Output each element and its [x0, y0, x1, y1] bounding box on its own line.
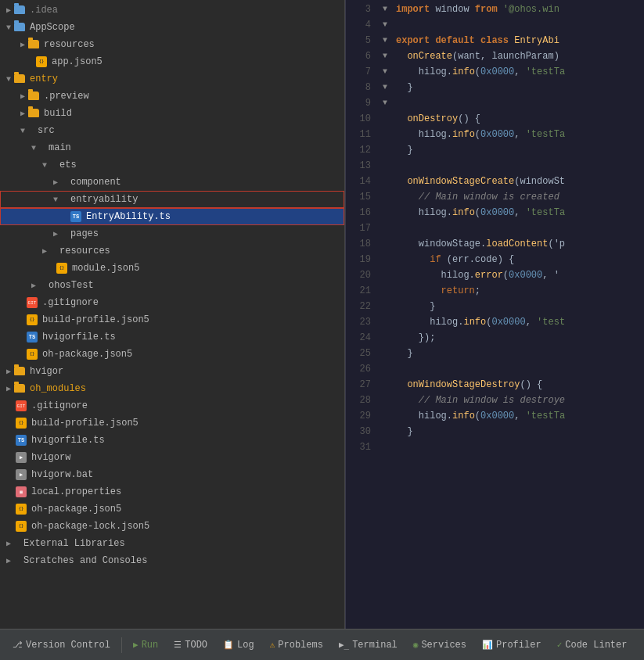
label-ets: ets [59, 160, 77, 170]
label-main: main [49, 142, 71, 153]
arrow-ohostest: ▶ [28, 281, 39, 290]
tree-item-oh-modules[interactable]: ▶ oh_modules [0, 380, 344, 397]
tree-item-scratches[interactable]: ▶ Scratches and Consoles [0, 552, 344, 569]
label-ohostest: ohosTest [49, 280, 94, 291]
tree-item-resources-main[interactable]: ▶ resources [0, 242, 344, 260]
label-entryability: entryability [70, 194, 138, 205]
profiler-btn[interactable]: 📊 Profiler [476, 637, 548, 654]
code-line-22: } [393, 299, 644, 314]
tree-item-hvigor[interactable]: ▶ hvigor [0, 363, 344, 380]
version-control-btn[interactable]: ⎇ Version Control [6, 637, 117, 654]
folder-icon-resources-appscope [28, 38, 41, 51]
label-hvigorfile-ts2: hvigorfile.ts [31, 435, 105, 446]
tree-item-build-profile2[interactable]: {} build-profile.json5 [0, 414, 344, 432]
code-line-14: onWindowStageCreate(windowSt [393, 174, 644, 189]
tree-item-oh-package-lock[interactable]: {} oh-package-lock.json5 [0, 518, 344, 535]
tree-item-ets[interactable]: ▼ ets [0, 156, 344, 174]
code-content: 3 4 5 6 7 8 9 10 11 12 13 14 15 16 17 18… [346, 0, 644, 629]
arrow-resources-appscope: ▶ [17, 40, 28, 49]
tree-item-module-json5[interactable]: {} module.json5 [0, 260, 344, 277]
code-line-6: onCreate(want, launchParam) [393, 48, 644, 64]
file-icon-gitignore: GIT [27, 296, 39, 309]
arrow-resources-main: ▶ [39, 246, 50, 256]
tree-item-ext-libs[interactable]: ▶ External Libraries [0, 535, 344, 552]
main-area: ▶ .idea ▼ AppScope ▶ resources {} app.js… [0, 0, 644, 629]
code-line-26 [393, 361, 644, 377]
folder-icon-ext-libs [14, 537, 20, 550]
file-icon-hvigorw: ▶ [16, 451, 28, 464]
tree-item-hvigorw-bat[interactable]: ▶ hvigorw.bat [0, 466, 344, 483]
tree-item-build[interactable]: ▶ build [0, 105, 344, 122]
code-line-4 [393, 17, 644, 33]
code-linter-btn[interactable]: ✓ Code Linter [551, 637, 634, 654]
gutter: ▼ ▼ ▼ ▼ ▼ ▼ [377, 0, 393, 629]
label-entry: entry [30, 74, 58, 84]
tree-item-local-props[interactable]: ▦ local.properties [0, 483, 344, 500]
tree-item-oh-package[interactable]: {} oh-package.json5 [0, 346, 344, 363]
code-line-9 [393, 95, 644, 111]
folder-icon-resources-main [50, 245, 56, 257]
tree-item-hvigorw[interactable]: ▶ hvigorw [0, 449, 344, 466]
problems-btn[interactable]: ⚠ Problems [264, 637, 329, 654]
file-icon-app-json5: {} [36, 56, 49, 68]
run-icon: ▶ [133, 640, 139, 650]
folder-icon-appscope [14, 21, 27, 34]
label-hvigor: hvigor [30, 366, 63, 377]
log-btn[interactable]: 📋 Log [217, 637, 261, 654]
file-icon-hvigorw-bat: ▶ [16, 468, 28, 481]
arrow-src: ▼ [17, 127, 28, 135]
code-line-23: hilog.info(0x0000, 'test [393, 314, 644, 330]
code-line-18: windowStage.loadContent('p [393, 236, 644, 252]
line-numbers: 3 4 5 6 7 8 9 10 11 12 13 14 15 16 17 18… [346, 0, 377, 629]
code-line-29: hilog.info(0x0000, 'testTa [393, 408, 644, 424]
code-line-30: } [393, 424, 644, 439]
arrow-ets: ▼ [39, 161, 50, 170]
file-icon-local-props: ▦ [16, 486, 28, 498]
tree-item-resources-appscope[interactable]: ▶ resources [0, 36, 344, 53]
services-btn[interactable]: ◉ Services [407, 637, 473, 654]
label-module-json5: module.json5 [72, 263, 139, 274]
tree-item-oh-package2[interactable]: {} oh-package.json5 [0, 500, 344, 518]
tree-item-hvigorfile-ts2[interactable]: TS hvigorfile.ts [0, 432, 344, 449]
label-oh-modules: oh_modules [30, 383, 86, 394]
code-line-25: } [393, 346, 644, 361]
code-linter-label: Code Linter [565, 640, 627, 651]
tree-item-gitignore[interactable]: GIT .gitignore [0, 294, 344, 311]
tree-item-build-profile[interactable]: {} build-profile.json5 [0, 311, 344, 328]
tree-item-idea[interactable]: ▶ .idea [0, 2, 344, 19]
tree-item-pages[interactable]: ▶ pages [0, 225, 344, 242]
code-line-16: hilog.info(0x0000, 'testTa [393, 205, 644, 221]
code-panel: 3 4 5 6 7 8 9 10 11 12 13 14 15 16 17 18… [345, 0, 644, 629]
tree-item-entry[interactable]: ▼ entry [0, 70, 344, 88]
tree-item-ohostest[interactable]: ▶ ohosTest [0, 277, 344, 294]
label-build: build [44, 108, 72, 119]
folder-icon-main [39, 142, 45, 154]
label-build-profile: build-profile.json5 [42, 314, 149, 325]
file-icon-oh-package-lock: {} [16, 520, 28, 533]
arrow-ext-libs: ▶ [3, 539, 14, 548]
label-gitignore2: .gitignore [31, 400, 88, 411]
todo-btn[interactable]: ☰ TODO [167, 637, 214, 654]
tree-item-hvigorfile-ts[interactable]: TS hvigorfile.ts [0, 328, 344, 346]
tree-item-appscope[interactable]: ▼ AppScope [0, 19, 344, 36]
arrow-pages: ▶ [50, 229, 61, 239]
arrow-entryability: ▼ [50, 195, 61, 204]
run-btn[interactable]: ▶ Run [127, 637, 164, 654]
tree-item-entryability-ts[interactable]: TS EntryAbility.ts [0, 208, 344, 225]
label-scratches: Scratches and Consoles [23, 555, 147, 566]
code-line-19: if (err.code) { [393, 252, 644, 267]
tree-item-src[interactable]: ▼ src [0, 122, 344, 139]
tree-item-preview[interactable]: ▶ .preview [0, 88, 344, 105]
terminal-btn[interactable]: ▶_ Terminal [333, 637, 404, 654]
file-icon-gitignore2: GIT [16, 400, 28, 412]
label-hvigorw-bat: hvigorw.bat [31, 469, 93, 480]
folder-icon-entryability [61, 193, 67, 206]
run-label: Run [142, 640, 159, 651]
tree-item-component[interactable]: ▶ component [0, 174, 344, 191]
file-icon-build-profile2: {} [16, 417, 28, 429]
tree-item-main[interactable]: ▼ main [0, 139, 344, 156]
code-line-3: import window from '@ohos.win [393, 2, 644, 17]
tree-item-app-json5[interactable]: {} app.json5 [0, 53, 344, 70]
tree-item-gitignore2[interactable]: GIT .gitignore [0, 397, 344, 414]
tree-item-entryability[interactable]: ▼ entryability [0, 191, 344, 208]
